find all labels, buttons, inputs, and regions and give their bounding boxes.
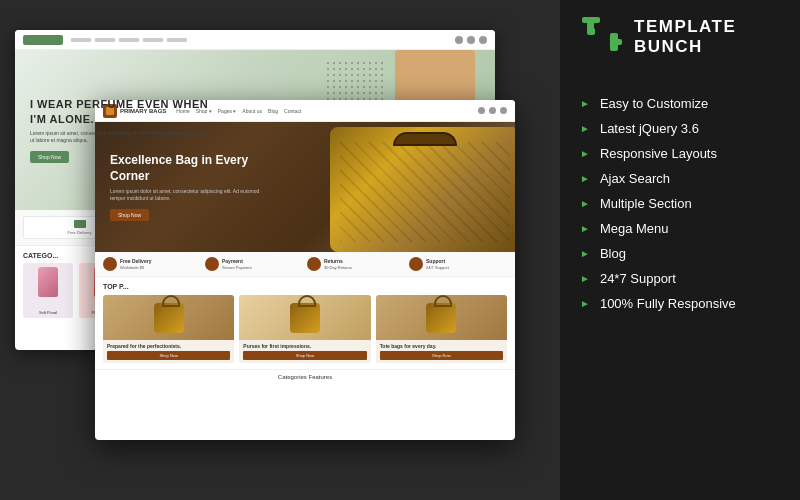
- product-btn-1[interactable]: Shop Now: [107, 351, 230, 360]
- bag-feat-4: Support 24/7 Support: [409, 257, 507, 271]
- nav-link-3: [119, 38, 139, 42]
- feature-label-3: Responsive Layouts: [600, 146, 717, 161]
- product-img-1: [103, 295, 234, 340]
- svg-rect-5: [604, 39, 610, 45]
- nav-link-1: [71, 38, 91, 42]
- perfume-hero-btn[interactable]: Shop Now: [30, 151, 69, 163]
- feature-label-5: Multiple Section: [600, 196, 692, 211]
- bag-feat-sub-2: Secure Payment: [222, 265, 252, 271]
- svg-rect-2: [594, 23, 600, 29]
- feature-item-6: ► Mega Menu: [580, 221, 780, 236]
- product-card-3: Tote bags for every day. Shop Now: [376, 295, 507, 363]
- bag-feat-label-1: Free Delivery: [120, 258, 151, 265]
- product-name-1: Prepared for the perfectionists.: [107, 343, 230, 349]
- feature-item-8: ► 24*7 Support: [580, 271, 780, 286]
- bags-hero-text: Excellence Bag in Every Corner Lorem ips…: [110, 153, 260, 220]
- product-img-3: [376, 295, 507, 340]
- cat-label-1: Soft Floral: [23, 310, 73, 315]
- brand-header: TEMPLATE BUNCH: [580, 15, 780, 71]
- bag-feat-label-4: Support: [426, 258, 449, 265]
- brand-name-block: TEMPLATE BUNCH: [634, 17, 736, 56]
- nav-contact: Contact: [284, 108, 301, 114]
- bag-feat-3: Returns 30 Day Returns: [307, 257, 405, 271]
- arrow-icon-9: ►: [580, 299, 590, 309]
- bag-feat-2: Payment Secure Payment: [205, 257, 303, 271]
- bag-hero-image: [330, 127, 515, 252]
- arrow-icon-1: ►: [580, 99, 590, 109]
- svg-rect-1: [587, 17, 595, 35]
- features-panel: TEMPLATE BUNCH ► Easy to Customize ► Lat…: [560, 0, 800, 500]
- bag-feat-text-3: Returns 30 Day Returns: [324, 258, 352, 271]
- bag-payment-icon: [205, 257, 219, 271]
- feature-label-6: Mega Menu: [600, 221, 669, 236]
- bag-delivery-icon: [103, 257, 117, 271]
- bag-returns-icon: [307, 257, 321, 271]
- product-card-2: Purses for first impressions. Shop Now: [239, 295, 370, 363]
- product-img-2: [239, 295, 370, 340]
- products-title: TOP P...: [103, 283, 507, 290]
- bag-feat-sub-1: Worldwide $0: [120, 265, 151, 271]
- product-text-2: Purses for first impressions. Shop Now: [239, 340, 370, 363]
- user-nav-icon: [479, 36, 487, 44]
- arrow-icon-2: ►: [580, 124, 590, 134]
- cart-nav-icon: [467, 36, 475, 44]
- product-btn-2[interactable]: Shop Now: [243, 351, 366, 360]
- feature-label-4: Ajax Search: [600, 171, 670, 186]
- search-icon-nav: [478, 107, 485, 114]
- bag-feat-text-2: Payment Secure Payment: [222, 258, 252, 271]
- cart-icon-nav: [500, 107, 507, 114]
- bags-hero-btn[interactable]: Shop Now: [110, 209, 149, 221]
- nav-pages: Pages ▾: [218, 108, 237, 114]
- feature-item-4: ► Ajax Search: [580, 171, 780, 186]
- bags-hero-sub: Lorem ipsum dolor sit amet, consectetur …: [110, 188, 260, 203]
- brand-name-line2: BUNCH: [634, 37, 736, 57]
- bag-support-icon: [409, 257, 423, 271]
- nav-icons: [455, 36, 487, 44]
- cat-features-label: Categories Features: [103, 374, 507, 380]
- bag-feat-text-1: Free Delivery Worldwide $0: [120, 258, 151, 271]
- bag-feat-label-2: Payment: [222, 258, 252, 265]
- product-name-2: Purses for first impressions.: [243, 343, 366, 349]
- perfume-nav-links: [71, 38, 187, 42]
- feature-item-7: ► Blog: [580, 246, 780, 261]
- product-btn-3[interactable]: Shop Now: [380, 351, 503, 360]
- brand-name-line1: TEMPLATE: [634, 17, 736, 37]
- arrow-icon-7: ►: [580, 249, 590, 259]
- product-text-1: Prepared for the perfectionists. Shop No…: [103, 340, 234, 363]
- perfume-nav: [15, 30, 495, 50]
- cat-name-1: Soft Floral: [23, 310, 73, 315]
- product-text-3: Tote bags for every day. Shop Now: [376, 340, 507, 363]
- nav-link-5: [167, 38, 187, 42]
- bags-headline: Excellence Bag in Every Corner: [110, 153, 260, 184]
- arrow-icon-3: ►: [580, 149, 590, 159]
- bag-shape-1: [154, 303, 184, 333]
- feature-label-1: Easy to Customize: [600, 96, 708, 111]
- feat-label-1: Free Delivery: [68, 230, 92, 235]
- perfume-subtext: Lorem ipsum sit amet, consectetur adipis…: [30, 130, 210, 145]
- cat-item-1: Soft Floral: [23, 263, 73, 318]
- product-card-1: Prepared for the perfectionists. Shop No…: [103, 295, 234, 363]
- bottle-1: [23, 263, 73, 302]
- bag-shape-2: [290, 303, 320, 333]
- features-list: ► Easy to Customize ► Latest jQuery 3.6 …: [580, 96, 780, 311]
- feature-label-8: 24*7 Support: [600, 271, 676, 286]
- search-nav-icon: [455, 36, 463, 44]
- bag-feat-text-4: Support 24/7 Support: [426, 258, 449, 271]
- feature-item-1: ► Easy to Customize: [580, 96, 780, 111]
- perfume-headline: I WEAR PERFUME EVEN WHEN I'M ALONE.: [30, 97, 210, 126]
- bags-nav-right: [478, 107, 507, 114]
- bag-feat-sub-3: 30 Day Returns: [324, 265, 352, 271]
- bag-feat-sub-4: 24/7 Support: [426, 265, 449, 271]
- delivery-icon: [74, 220, 86, 228]
- product-name-3: Tote bags for every day.: [380, 343, 503, 349]
- website-previews: I WEAR PERFUME EVEN WHEN I'M ALONE. Lore…: [15, 20, 545, 490]
- nav-link-2: [95, 38, 115, 42]
- feature-label-7: Blog: [600, 246, 626, 261]
- preview-section: I WEAR PERFUME EVEN WHEN I'M ALONE. Lore…: [0, 0, 560, 500]
- bags-categories-footer: Categories Features: [95, 369, 515, 384]
- arrow-icon-6: ►: [580, 224, 590, 234]
- brand-logo-svg: [580, 15, 624, 59]
- arrow-icon-5: ►: [580, 199, 590, 209]
- products-grid: Prepared for the perfectionists. Shop No…: [103, 295, 507, 363]
- arrow-icon-8: ►: [580, 274, 590, 284]
